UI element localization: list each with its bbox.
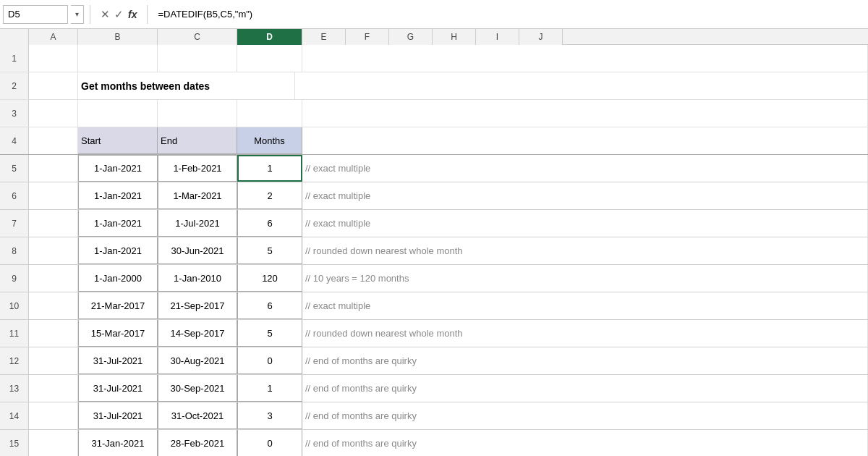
cell-comment4[interactable] [302, 127, 868, 154]
cell-d15[interactable]: 0 [237, 430, 302, 456]
cell-a1[interactable] [29, 45, 78, 72]
cell-d14[interactable]: 3 [237, 402, 302, 429]
cell-c3[interactable] [158, 100, 237, 127]
cell-d9[interactable]: 120 [237, 265, 302, 292]
cell-comment12[interactable]: // end of months are quirky [302, 347, 868, 374]
cell-d11[interactable]: 5 [237, 320, 302, 347]
cell-b4[interactable]: Start [78, 127, 158, 154]
cell-b15[interactable]: 31-Jan-2021 [78, 430, 158, 456]
cell-d13[interactable]: 1 [237, 375, 302, 402]
row-header-9[interactable]: 9 [0, 265, 29, 292]
row-header-5[interactable]: 5 [0, 155, 29, 182]
cell-d3[interactable] [237, 100, 302, 127]
cell-c5[interactable]: 1-Feb-2021 [158, 155, 237, 182]
cell-comment10[interactable]: // exact multiple [302, 292, 868, 319]
col-header-j[interactable]: J [519, 29, 563, 45]
cancel-icon[interactable]: ✕ [101, 8, 110, 21]
cell-a9[interactable] [29, 265, 78, 292]
fx-icon[interactable]: fx [128, 9, 137, 20]
cell-c10[interactable]: 21-Sep-2017 [158, 292, 237, 319]
row-header-13[interactable]: 13 [0, 375, 29, 402]
cell-b13[interactable]: 31-Jul-2021 [78, 375, 158, 402]
cell-d8[interactable]: 5 [237, 237, 302, 264]
col-header-h[interactable]: H [433, 29, 476, 45]
cell-d7[interactable]: 6 [237, 210, 302, 237]
cell-comment9[interactable]: // 10 years = 120 months [302, 265, 868, 292]
cell-b6[interactable]: 1-Jan-2021 [78, 182, 158, 209]
cell-c14[interactable]: 31-Oct-2021 [158, 402, 237, 429]
col-header-a[interactable]: A [29, 29, 78, 45]
cell-c4[interactable]: End [158, 127, 237, 154]
cell-a6[interactable] [29, 182, 78, 209]
col-header-e[interactable]: E [302, 29, 346, 45]
row-header-4[interactable]: 4 [0, 127, 29, 154]
cell-d1[interactable] [237, 45, 302, 72]
col-header-f[interactable]: F [346, 29, 389, 45]
cell-c15[interactable]: 28-Feb-2021 [158, 430, 237, 456]
cell-ref-dropdown[interactable]: ▾ [71, 5, 84, 24]
cell-a3[interactable] [29, 100, 78, 127]
cell-d10[interactable]: 6 [237, 292, 302, 319]
cell-b2[interactable]: Get months between dates [78, 72, 295, 99]
cell-c9[interactable]: 1-Jan-2010 [158, 265, 237, 292]
cell-a15[interactable] [29, 430, 78, 456]
row-header-14[interactable]: 14 [0, 402, 29, 429]
cell-a13[interactable] [29, 375, 78, 402]
cell-d5[interactable]: 1 [237, 155, 302, 182]
cell-comment2[interactable] [295, 72, 868, 99]
cell-comment14[interactable]: // end of months are quirky [302, 402, 868, 429]
cell-comment1[interactable] [302, 45, 868, 72]
cell-comment13[interactable]: // end of months are quirky [302, 375, 868, 402]
cell-c6[interactable]: 1-Mar-2021 [158, 182, 237, 209]
row-header-2[interactable]: 2 [0, 72, 29, 99]
cell-b8[interactable]: 1-Jan-2021 [78, 237, 158, 264]
cell-a10[interactable] [29, 292, 78, 319]
cell-a5[interactable] [29, 155, 78, 182]
cell-a2[interactable] [29, 72, 78, 99]
cell-reference-box[interactable]: D5 [3, 5, 68, 24]
row-header-15[interactable]: 15 [0, 430, 29, 456]
col-header-i[interactable]: I [476, 29, 519, 45]
cell-b1[interactable] [78, 45, 158, 72]
cell-comment15[interactable]: // end of months are quirky [302, 430, 868, 456]
row-header-11[interactable]: 11 [0, 320, 29, 347]
row-header-3[interactable]: 3 [0, 100, 29, 127]
cell-b9[interactable]: 1-Jan-2000 [78, 265, 158, 292]
cell-b12[interactable]: 31-Jul-2021 [78, 347, 158, 374]
confirm-icon[interactable]: ✓ [114, 8, 124, 21]
cell-b7[interactable]: 1-Jan-2021 [78, 210, 158, 237]
cell-a12[interactable] [29, 347, 78, 374]
row-header-1[interactable]: 1 [0, 45, 29, 72]
row-header-6[interactable]: 6 [0, 182, 29, 209]
cell-comment11[interactable]: // rounded down nearest whole month [302, 320, 868, 347]
col-header-c[interactable]: C [158, 29, 237, 45]
row-header-12[interactable]: 12 [0, 347, 29, 374]
row-header-8[interactable]: 8 [0, 237, 29, 264]
cell-b3[interactable] [78, 100, 158, 127]
cell-a4[interactable] [29, 127, 78, 154]
cell-c12[interactable]: 30-Aug-2021 [158, 347, 237, 374]
col-header-d[interactable]: D [237, 29, 302, 45]
cell-a7[interactable] [29, 210, 78, 237]
cell-a11[interactable] [29, 320, 78, 347]
cell-c8[interactable]: 30-Jun-2021 [158, 237, 237, 264]
col-header-g[interactable]: G [389, 29, 433, 45]
cell-a14[interactable] [29, 402, 78, 429]
cell-a8[interactable] [29, 237, 78, 264]
cell-c13[interactable]: 30-Sep-2021 [158, 375, 237, 402]
cell-c11[interactable]: 14-Sep-2017 [158, 320, 237, 347]
cell-b11[interactable]: 15-Mar-2017 [78, 320, 158, 347]
cell-comment5[interactable]: // exact multiple [302, 155, 868, 182]
row-header-10[interactable]: 10 [0, 292, 29, 319]
cell-b5[interactable]: 1-Jan-2021 [78, 155, 158, 182]
cell-b14[interactable]: 31-Jul-2021 [78, 402, 158, 429]
cell-comment3[interactable] [302, 100, 868, 127]
cell-b10[interactable]: 21-Mar-2017 [78, 292, 158, 319]
cell-c7[interactable]: 1-Jul-2021 [158, 210, 237, 237]
cell-comment8[interactable]: // rounded down nearest whole month [302, 237, 868, 264]
cell-d6[interactable]: 2 [237, 182, 302, 209]
formula-input[interactable] [153, 5, 865, 24]
cell-d12[interactable]: 0 [237, 347, 302, 374]
cell-comment7[interactable]: // exact multiple [302, 210, 868, 237]
cell-comment6[interactable]: // exact multiple [302, 182, 868, 209]
